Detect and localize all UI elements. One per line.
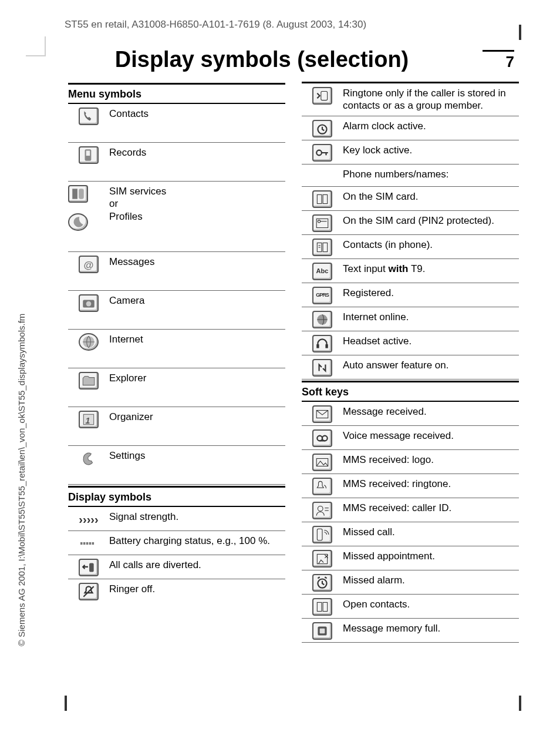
headset-icon — [312, 335, 332, 352]
item-label: Signal strength. — [109, 509, 285, 524]
missed-alarm-icon — [312, 574, 332, 592]
svg-rect-3 — [79, 189, 84, 199]
item-label: Explorer — [109, 371, 285, 385]
svg-rect-17 — [321, 91, 328, 100]
item-label: MMS received: caller ID. — [343, 501, 519, 515]
table-row: Camera — [68, 291, 285, 330]
missed-call-icon — [312, 526, 332, 543]
battery-icon — [79, 535, 99, 552]
svg-text:1: 1 — [86, 416, 90, 425]
item-label: Text input with T9. — [343, 261, 519, 276]
item-label: Registered. — [343, 286, 519, 300]
svg-point-33 — [322, 435, 328, 441]
table-row: Headset active. — [302, 331, 519, 355]
svg-point-23 — [318, 220, 320, 222]
item-label: Auto answer feature on. — [343, 358, 519, 372]
table-row: All calls are diverted. — [68, 555, 285, 579]
item-label: Camera — [109, 293, 285, 308]
item-label: Missed alarm. — [343, 573, 519, 587]
item-label: Contacts (in phone). — [343, 237, 519, 252]
svg-rect-20 — [317, 194, 322, 203]
mms-cid-icon — [312, 502, 332, 519]
item-label: Internet — [109, 332, 285, 347]
memfull-icon — [312, 622, 332, 640]
table-row: Internet — [68, 330, 285, 368]
table-row: SIM services or Profiles — [68, 182, 285, 252]
item-label: MMS received: logo. — [343, 452, 519, 467]
mms-logo-icon — [312, 454, 332, 471]
explorer-icon — [79, 372, 99, 389]
svg-point-19 — [316, 150, 322, 155]
left-column: Menu symbols Contacts Records SIM servic… — [68, 82, 285, 643]
item-label: MMS received: ringtone. — [343, 476, 519, 491]
item-label: Open contacts. — [343, 597, 519, 612]
internet-icon — [79, 333, 99, 351]
svg-rect-14 — [92, 542, 95, 545]
sim-card-icon — [312, 190, 332, 208]
svg-rect-10 — [80, 542, 83, 545]
doc-header: ST55 en retail, A31008-H6850-A101-1-7619… — [0, 0, 560, 34]
table-row: Auto answer feature on. — [302, 355, 519, 380]
table-row: GPRS Registered. — [302, 283, 519, 307]
svg-rect-13 — [89, 542, 92, 545]
missed-appt-icon — [312, 550, 332, 568]
t9-icon: Abc — [312, 263, 332, 280]
svg-rect-1 — [86, 150, 90, 156]
item-label: Messages — [109, 254, 285, 269]
svg-point-36 — [318, 506, 323, 511]
svg-point-32 — [317, 435, 322, 441]
camera-icon — [79, 294, 99, 312]
svg-rect-35 — [316, 458, 328, 466]
table-row: Records — [68, 143, 285, 182]
ringtone-caller-icon — [312, 87, 332, 105]
item-label: Ringer off. — [109, 582, 285, 596]
table-row: Internet online. — [302, 307, 519, 331]
sim-services-icon — [68, 185, 88, 203]
svg-rect-43 — [323, 602, 328, 611]
menu-symbols-heading: Menu symbols — [68, 83, 285, 104]
gprs-icon: GPRS — [312, 287, 332, 304]
table-row: On the SIM card (PIN2 protected). — [302, 211, 519, 235]
item-label: SIM services or Profiles — [109, 184, 285, 224]
right-column: Ringtone only if the caller is stored in… — [302, 82, 519, 643]
svg-rect-39 — [317, 529, 322, 540]
svg-rect-25 — [323, 243, 328, 251]
table-row: Contacts (in phone). — [302, 235, 519, 259]
table-row: Settings — [68, 446, 285, 485]
contacts-phone-icon — [312, 239, 332, 256]
table-row: Message received. — [302, 402, 519, 426]
table-row: Phone numbers/names: — [302, 164, 519, 187]
svg-rect-42 — [317, 602, 322, 611]
svg-rect-45 — [320, 628, 325, 633]
table-row: Voice message received. — [302, 426, 519, 450]
item-label: Headset active. — [343, 334, 519, 348]
table-row: Abc Text input with T9. — [302, 259, 519, 283]
table-row: Battery charging status, e.g., 100 %. — [68, 531, 285, 555]
sim-pin2-icon — [312, 214, 332, 232]
profiles-icon — [68, 213, 88, 231]
svg-rect-15 — [89, 563, 94, 572]
table-row: On the SIM card. — [302, 187, 519, 211]
table-row: Open contacts. — [302, 595, 519, 619]
table-row: Missed appointment. — [302, 546, 519, 570]
online-icon — [312, 311, 332, 328]
contacts-icon — [79, 108, 99, 125]
messages-icon: @ — [79, 256, 99, 273]
table-row: Explorer — [68, 368, 285, 407]
svg-rect-29 — [316, 344, 319, 348]
alarm-icon — [312, 120, 332, 137]
copyright-path: © Siemens AG 2001, I:\Mobil\ST55\ST55_re… — [16, 314, 26, 646]
signal-icon: ››››› — [79, 511, 99, 528]
item-label: Settings — [109, 448, 285, 463]
open-contacts-icon — [312, 598, 332, 616]
table-row: Alarm clock active. — [302, 116, 519, 140]
table-row: Contacts — [68, 104, 285, 143]
item-label: Alarm clock active. — [343, 119, 519, 133]
item-label: Organizer — [109, 409, 285, 424]
item-label: Voice message received. — [343, 428, 519, 443]
mms-ring-icon — [312, 478, 332, 495]
organizer-icon: 1 — [79, 411, 99, 428]
autoanswer-icon — [312, 359, 332, 377]
keylock-icon — [312, 144, 332, 162]
item-label: All calls are diverted. — [109, 558, 285, 572]
